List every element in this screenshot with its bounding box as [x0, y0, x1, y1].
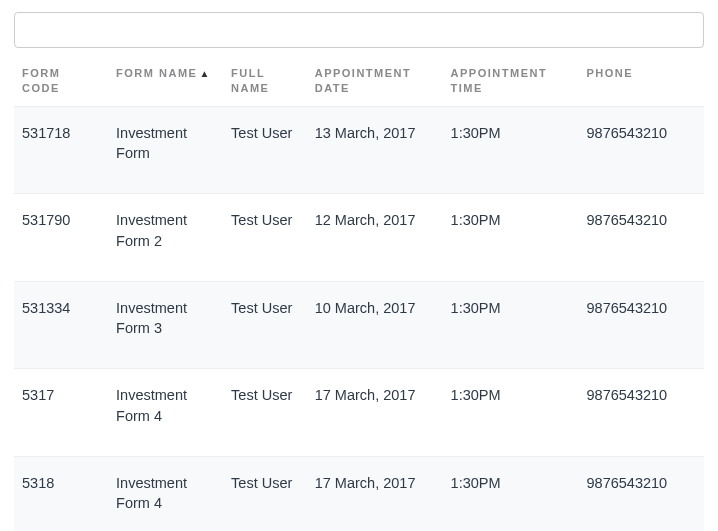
- col-header-appt-date[interactable]: APPOINTMENT DATE: [307, 58, 443, 106]
- cell-appt-date: 13 March, 2017: [307, 106, 443, 194]
- col-header-form-name[interactable]: FORM NAME▲: [108, 58, 223, 106]
- cell-form-name: Investment Form 2: [108, 194, 223, 282]
- search-input[interactable]: [14, 12, 704, 48]
- cell-form-name: Investment Form: [108, 106, 223, 194]
- col-header-phone[interactable]: PHONE: [579, 58, 705, 106]
- cell-phone: 9876543210: [579, 194, 705, 282]
- col-header-form-code[interactable]: FORM CODE: [14, 58, 108, 106]
- cell-appt-date: 17 March, 2017: [307, 369, 443, 457]
- cell-appt-date: 10 March, 2017: [307, 281, 443, 369]
- cell-form-name: Investment Form 3: [108, 281, 223, 369]
- cell-full-name: Test User: [223, 369, 307, 457]
- cell-full-name: Test User: [223, 457, 307, 531]
- cell-form-code: 5317: [14, 369, 108, 457]
- data-table: FORM CODE FORM NAME▲ FULL NAME APPOINTME…: [14, 58, 704, 531]
- cell-full-name: Test User: [223, 106, 307, 194]
- cell-form-code: 5318: [14, 457, 108, 531]
- table-row: 5317 Investment Form 4 Test User 17 Marc…: [14, 369, 704, 457]
- cell-appt-date: 12 March, 2017: [307, 194, 443, 282]
- cell-appt-time: 1:30PM: [443, 369, 579, 457]
- table-row: 5318 Investment Form 4 Test User 17 Marc…: [14, 457, 704, 531]
- sort-asc-icon: ▲: [199, 68, 210, 79]
- cell-full-name: Test User: [223, 281, 307, 369]
- col-header-full-name[interactable]: FULL NAME: [223, 58, 307, 106]
- cell-appt-date: 17 March, 2017: [307, 457, 443, 531]
- cell-phone: 9876543210: [579, 369, 705, 457]
- cell-form-code: 531334: [14, 281, 108, 369]
- cell-appt-time: 1:30PM: [443, 457, 579, 531]
- cell-appt-time: 1:30PM: [443, 106, 579, 194]
- table-row: 531790 Investment Form 2 Test User 12 Ma…: [14, 194, 704, 282]
- cell-appt-time: 1:30PM: [443, 194, 579, 282]
- table-row: 531718 Investment Form Test User 13 Marc…: [14, 106, 704, 194]
- table-row: 531334 Investment Form 3 Test User 10 Ma…: [14, 281, 704, 369]
- cell-phone: 9876543210: [579, 106, 705, 194]
- cell-appt-time: 1:30PM: [443, 281, 579, 369]
- col-header-appt-time[interactable]: APPOINTMENT TIME: [443, 58, 579, 106]
- cell-phone: 9876543210: [579, 457, 705, 531]
- col-header-label: FORM NAME: [116, 67, 197, 79]
- cell-form-name: Investment Form 4: [108, 369, 223, 457]
- cell-form-name: Investment Form 4: [108, 457, 223, 531]
- cell-form-code: 531790: [14, 194, 108, 282]
- cell-phone: 9876543210: [579, 281, 705, 369]
- cell-form-code: 531718: [14, 106, 108, 194]
- cell-full-name: Test User: [223, 194, 307, 282]
